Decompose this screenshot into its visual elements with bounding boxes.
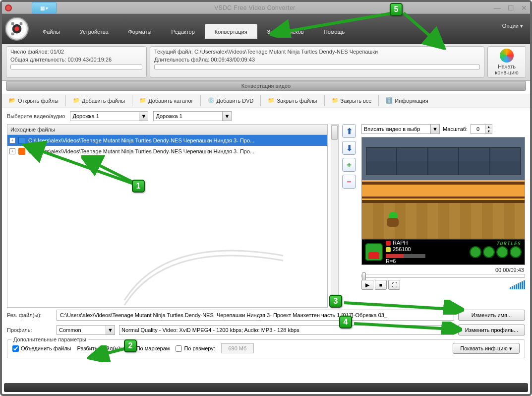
open-files-button[interactable]: 📂Открыть файлы [5,95,62,106]
main-body: Исходные файлы + C:\Users\alex\Videos\Te… [2,124,530,308]
video-file-icon [18,137,25,144]
result-path-input[interactable] [57,310,454,321]
file-duration-label: Длительность файла: 00:09:43/00:09:43 [154,57,480,63]
expand-icon[interactable]: + [9,137,15,143]
close-all-button[interactable]: 📁Закрыть все [328,95,376,106]
audio-track-select[interactable]: ▼ [153,111,232,121]
seek-handle[interactable] [362,272,366,280]
output-area: Рез. файл(ы): Изменить имя... Профиль: ▼… [2,308,530,360]
folder-plus-icon: 📁 [73,97,80,104]
svg-rect-2 [11,22,14,25]
chevron-down-icon[interactable]: ▼ [431,124,440,134]
convert-icon [500,49,514,63]
profile-desc-select[interactable]: ▼ [119,325,454,335]
vlc-file-icon [18,148,25,155]
remove-button[interactable]: － [342,175,356,189]
video-track-select[interactable]: ▼ [70,111,148,121]
titlebar: ▦ ▾ VSDC Free Video Converter — ☐ ✕ [2,2,530,14]
play-button[interactable]: ▶ [361,280,373,290]
main-menu: Файлы Устройства Форматы Редактор Конвер… [2,14,530,44]
chevron-down-icon[interactable]: ▼ [106,325,115,335]
file-row-selected[interactable]: + C:\Users\alex\Videos\Teenage Mutant Ni… [7,135,327,146]
rename-button[interactable]: Изменить имя... [458,310,525,321]
disc-icon: 💿 [208,97,215,104]
by-size-checkbox[interactable]: По размеру: [176,345,215,352]
start-convert-label: Начать конв-цию [492,64,522,75]
marker-4: 4 [339,316,352,329]
add-files-button[interactable]: 📁Добавить файлы [69,95,129,106]
seek-bar[interactable] [361,274,525,278]
extra-legend: Дополнительные параметры [11,336,88,342]
file-row[interactable]: + C:\Users\alex\Videos\Teenage Mutant Ni… [7,146,327,157]
file-count-label: Число файлов: 01/02 [10,49,142,55]
merge-checkbox[interactable]: Объединить файлы [12,345,71,352]
app-window: ▦ ▾ VSDC Free Video Converter — ☐ ✕ Файл… [0,0,532,396]
svg-rect-3 [20,22,23,25]
change-profile-button[interactable]: Изменить профиль... [458,325,525,335]
film-watermark-icon [119,231,288,310]
quick-access-icon[interactable]: ▦ ▾ [32,2,57,14]
chevron-down-icon[interactable]: ▼ [445,325,454,335]
chevron-down-icon[interactable]: ▼ [223,111,232,121]
current-file-label: Текущий файл: C:\Users\alex\Videos\Teena… [154,49,480,55]
add-folder-button[interactable]: 📁Добавить каталог [135,95,197,106]
move-down-button[interactable]: ⬇ [342,141,356,155]
minimize-icon[interactable]: — [494,4,501,11]
conversion-caption: Конвертация видео [6,81,526,91]
player-controls: ▶ ■ ⛶ [361,280,525,290]
profile-label: Профиль: [7,327,53,333]
status-area: Число файлов: 01/02 Общая длительность: … [2,44,530,81]
marker-5: 5 [390,3,403,16]
close-files-button[interactable]: 📁Закрыть файлы [264,95,321,106]
chevron-down-icon[interactable]: ▼ [139,111,148,121]
volume-icon[interactable] [510,280,525,289]
close-icon[interactable]: ✕ [521,4,527,11]
add-button[interactable]: ＋ [342,158,356,172]
folder-x-icon: 📁 [268,97,275,104]
file-path: C:\Users\alex\Videos\Teenage Mutant Ninj… [28,148,254,154]
reorder-buttons: ⬆ ⬇ ＋ － [342,124,356,308]
fit-mode-select[interactable]: ▼ [361,124,440,134]
tab-burn[interactable]: Запись дисков [257,24,314,39]
window-title: VSDC Free Video Converter [16,4,494,11]
file-path: C:\Users\alex\Videos\Teenage Mutant Ninj… [28,137,254,143]
tab-files[interactable]: Файлы [33,24,70,39]
start-convert-button[interactable]: Начать конв-цию [487,46,526,78]
stop-button[interactable]: ■ [375,280,387,290]
show-info-button[interactable]: Показать инф-цию [453,343,520,354]
total-progress-bar [10,65,142,69]
tab-convert[interactable]: Конвертация [205,24,257,39]
folder-icon: 📁 [139,97,146,104]
vertical-scrollbar[interactable] [331,124,339,308]
split-size-input [221,343,254,353]
profile-group-select[interactable]: ▼ [57,325,115,335]
result-file-label: Рез. файл(ы): [7,312,53,318]
marker-1: 1 [132,180,145,193]
info-button[interactable]: ℹ️Информация [382,95,432,106]
files-toolbar: 📂Открыть файлы 📁Добавить файлы 📁Добавить… [2,94,530,108]
expand-icon[interactable]: + [9,148,15,154]
panel-file-count: Число файлов: 01/02 Общая длительность: … [6,46,147,78]
fullscreen-button[interactable]: ⛶ [388,280,400,290]
move-up-button[interactable]: ⬆ [342,124,356,138]
spin-up-icon[interactable]: ▲ [485,125,492,129]
add-dvd-button[interactable]: 💿Добавить DVD [204,95,258,106]
tab-editor[interactable]: Редактор [161,24,204,39]
spin-down-icon[interactable]: ▼ [485,129,492,133]
maximize-icon[interactable]: ☐ [508,4,514,11]
svg-point-1 [14,26,19,31]
total-duration-label: Общая длительность: 00:09:43/00:19:26 [10,57,142,63]
zoom-label: Масштаб: [443,126,468,132]
zoom-spinner[interactable]: ▲▼ [471,124,492,134]
folder-open-icon: 📂 [9,97,16,104]
tab-formats[interactable]: Форматы [118,24,162,39]
tab-help[interactable]: Помощь [314,24,355,39]
app-logo-icon[interactable] [5,17,29,41]
marker-3: 3 [329,295,342,308]
svg-rect-4 [11,32,14,35]
options-menu[interactable]: Опции [502,23,523,29]
pick-label: Выберите видео/аудио [7,113,65,119]
split-label: Разбить файл(ы): [77,345,122,351]
preview-column: ▼ Масштаб: ▲▼ [361,124,525,308]
tab-devices[interactable]: Устройства [70,24,118,39]
